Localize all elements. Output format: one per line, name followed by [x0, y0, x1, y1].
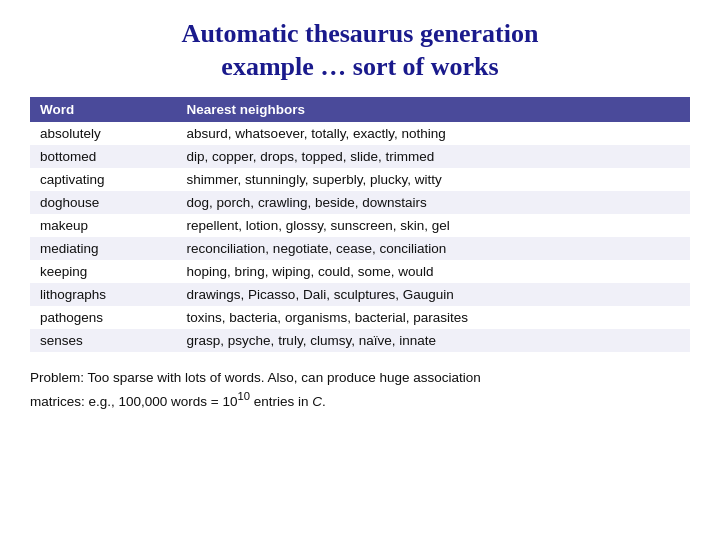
- table-cell-neighbors: drawings, Picasso, Dali, sculptures, Gau…: [177, 283, 690, 306]
- footer-line2-start: matrices: e.g., 100,000 words = 10: [30, 393, 238, 408]
- table-row: bottomeddip, copper, drops, topped, slid…: [30, 145, 690, 168]
- table-cell-neighbors: reconciliation, negotiate, cease, concil…: [177, 237, 690, 260]
- title-line2: example … sort of works: [221, 52, 498, 81]
- thesaurus-table: Word Nearest neighbors absolutelyabsurd,…: [30, 97, 690, 352]
- table-cell-neighbors: hoping, bring, wiping, could, some, woul…: [177, 260, 690, 283]
- table-cell-word: mediating: [30, 237, 177, 260]
- table-row: mediatingreconciliation, negotiate, ceas…: [30, 237, 690, 260]
- table-cell-word: lithographs: [30, 283, 177, 306]
- table-row: doghousedog, porch, crawling, beside, do…: [30, 191, 690, 214]
- table-cell-word: makeup: [30, 214, 177, 237]
- table-cell-neighbors: absurd, whatsoever, totally, exactly, no…: [177, 122, 690, 145]
- footer-line2-end: entries in: [250, 393, 312, 408]
- table-header-row: Word Nearest neighbors: [30, 97, 690, 122]
- table-row: pathogenstoxins, bacteria, organisms, ba…: [30, 306, 690, 329]
- table-cell-word: captivating: [30, 168, 177, 191]
- table-cell-word: senses: [30, 329, 177, 352]
- footer-line2-suffix: .: [322, 393, 326, 408]
- page-container: Automatic thesaurus generation example ……: [0, 0, 720, 540]
- table-cell-word: pathogens: [30, 306, 177, 329]
- footer-line1: Problem: Too sparse with lots of words. …: [30, 370, 481, 385]
- footer-matrix-var: C: [312, 393, 322, 408]
- table-cell-neighbors: repellent, lotion, glossy, sunscreen, sk…: [177, 214, 690, 237]
- title-line1: Automatic thesaurus generation: [182, 19, 539, 48]
- table-cell-neighbors: toxins, bacteria, organisms, bacterial, …: [177, 306, 690, 329]
- table-row: sensesgrasp, psyche, truly, clumsy, naïv…: [30, 329, 690, 352]
- table-cell-neighbors: dip, copper, drops, topped, slide, trimm…: [177, 145, 690, 168]
- table-row: absolutelyabsurd, whatsoever, totally, e…: [30, 122, 690, 145]
- table-cell-neighbors: shimmer, stunningly, superbly, plucky, w…: [177, 168, 690, 191]
- table-cell-word: doghouse: [30, 191, 177, 214]
- table-cell-word: keeping: [30, 260, 177, 283]
- footer-note: Problem: Too sparse with lots of words. …: [30, 368, 690, 411]
- footer-exponent: 10: [238, 390, 251, 402]
- table-cell-neighbors: dog, porch, crawling, beside, downstairs: [177, 191, 690, 214]
- table-cell-neighbors: grasp, psyche, truly, clumsy, naïve, inn…: [177, 329, 690, 352]
- col-word-header: Word: [30, 97, 177, 122]
- table-row: captivatingshimmer, stunningly, superbly…: [30, 168, 690, 191]
- table-row: keepinghoping, bring, wiping, could, som…: [30, 260, 690, 283]
- table-row: lithographsdrawings, Picasso, Dali, scul…: [30, 283, 690, 306]
- col-neighbors-header: Nearest neighbors: [177, 97, 690, 122]
- thesaurus-table-wrapper: Word Nearest neighbors absolutelyabsurd,…: [30, 97, 690, 352]
- table-row: makeuprepellent, lotion, glossy, sunscre…: [30, 214, 690, 237]
- table-cell-word: bottomed: [30, 145, 177, 168]
- page-title: Automatic thesaurus generation example ……: [30, 18, 690, 83]
- table-cell-word: absolutely: [30, 122, 177, 145]
